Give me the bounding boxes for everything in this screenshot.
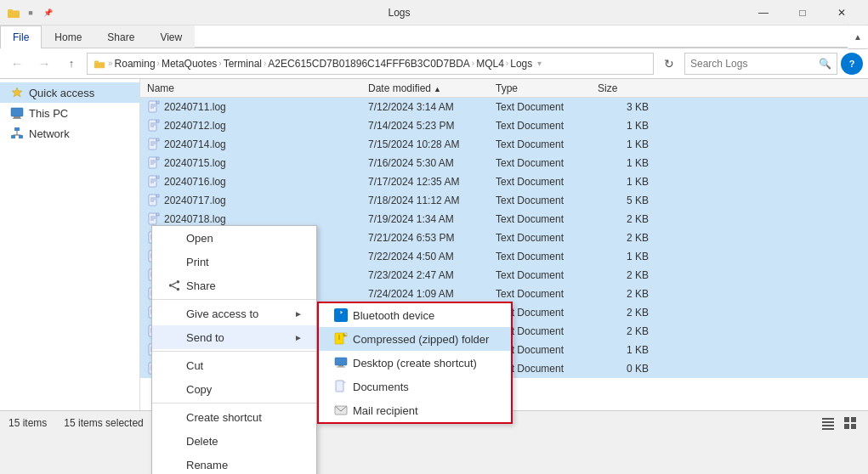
- network-icon: [10, 127, 24, 140]
- file-row[interactable]: 20240714.log 7/15/2024 10:28 AM Text Doc…: [140, 135, 868, 154]
- col-header-type[interactable]: Type: [496, 82, 598, 94]
- file-date: 7/23/2024 2:47 AM: [368, 269, 496, 281]
- file-date: 7/22/2024 4:50 AM: [368, 251, 496, 262]
- context-menu-item-cut[interactable]: Cut: [152, 353, 316, 377]
- sidebar-label-quick-access: Quick access: [29, 87, 94, 99]
- tab-home[interactable]: Home: [42, 25, 94, 48]
- svg-rect-107: [822, 425, 834, 426]
- context-menu-item-print[interactable]: Print: [152, 250, 316, 274]
- svg-rect-39: [149, 176, 156, 187]
- context-menu-separator: [152, 299, 316, 300]
- maximize-button[interactable]: □: [783, 0, 822, 25]
- context-menu-item-give-access-to[interactable]: Give access to►: [152, 302, 316, 325]
- file-icon: [147, 156, 161, 170]
- share-icon: [166, 279, 183, 291]
- forward-button[interactable]: →: [32, 52, 56, 76]
- submenu-item-mail-recipient[interactable]: Mail recipient: [319, 398, 511, 422]
- svg-rect-6: [11, 108, 23, 116]
- svg-marker-46: [156, 195, 159, 197]
- back-button[interactable]: ←: [5, 52, 29, 76]
- close-button[interactable]: ✕: [822, 0, 861, 25]
- submenu-arrow: ►: [294, 333, 303, 342]
- sidebar: Quick access This PC Network: [0, 79, 140, 410]
- file-size: 3 KB: [598, 101, 649, 113]
- col-header-date[interactable]: Date modified▲: [368, 82, 496, 94]
- ribbon-expand-btn[interactable]: ▲: [848, 25, 868, 49]
- file-size: 1 KB: [598, 251, 649, 262]
- title-bar: ■ 📌 Logs — □ ✕: [0, 0, 868, 25]
- context-menu-item-send-to[interactable]: Send to►: [152, 325, 316, 349]
- file-name: 20240714.log: [164, 138, 368, 150]
- file-type: Text Document: [496, 195, 598, 206]
- svg-rect-10: [11, 135, 15, 138]
- file-row[interactable]: 20240717.log 7/18/2024 11:12 AM Text Doc…: [140, 191, 868, 210]
- submenu-item-documents[interactable]: Documents: [319, 375, 511, 398]
- pin-icon: 📌: [41, 6, 54, 20]
- file-row[interactable]: 20240715.log 7/16/2024 5:30 AM Text Docu…: [140, 154, 868, 172]
- file-row[interactable]: 20240711.log 7/12/2024 3:14 AM Text Docu…: [140, 98, 868, 116]
- submenu-item-bluetooth-device[interactable]: ˃Bluetooth device: [319, 303, 511, 327]
- up-button[interactable]: ↑: [60, 52, 83, 76]
- breadcrumb[interactable]: » Roaming › MetaQuotes › Terminal › A2EC…: [87, 53, 654, 75]
- submenu-item-desktop-(create-shortcut)[interactable]: Desktop (create shortcut): [319, 351, 511, 375]
- help-button[interactable]: ?: [841, 53, 863, 75]
- file-type: Text Document: [496, 176, 598, 188]
- quick-access-icon-tb: ■: [24, 6, 37, 20]
- breadcrumb-metaquotes[interactable]: MetaQuotes: [162, 58, 217, 70]
- svg-rect-4: [94, 62, 105, 68]
- breadcrumb-terminal[interactable]: Terminal: [224, 58, 262, 70]
- refresh-button[interactable]: ↻: [657, 52, 681, 76]
- details-view-btn[interactable]: [819, 414, 837, 432]
- file-size: 2 KB: [598, 269, 649, 281]
- context-menu-item-create-shortcut[interactable]: Create shortcut: [152, 405, 316, 429]
- svg-rect-7: [14, 116, 20, 118]
- file-explorer-icon: [7, 6, 20, 20]
- file-row[interactable]: 20240716.log 7/17/2024 12:35 AM Text Doc…: [140, 172, 868, 191]
- address-bar: ← → ↑ » Roaming › MetaQuotes › Terminal …: [0, 48, 868, 79]
- file-size: 2 KB: [598, 307, 649, 319]
- col-header-size[interactable]: Size: [598, 82, 649, 94]
- breadcrumb-mql4[interactable]: MQL4: [476, 58, 504, 70]
- submenu-arrow: ►: [294, 309, 303, 319]
- context-menu-item-copy[interactable]: Copy: [152, 377, 316, 401]
- search-box: 🔍: [684, 53, 837, 75]
- file-icon: [147, 100, 161, 114]
- tab-share[interactable]: Share: [94, 25, 147, 48]
- window-title: Logs: [54, 7, 744, 19]
- minimize-button[interactable]: —: [744, 0, 783, 25]
- context-menu-item-open[interactable]: Open: [152, 226, 316, 250]
- svg-marker-5: [12, 87, 22, 97]
- breadcrumb-logs[interactable]: Logs: [510, 58, 532, 70]
- svg-rect-11: [19, 135, 23, 138]
- file-date: 7/19/2024 1:34 AM: [368, 213, 496, 225]
- file-size: 1 KB: [598, 138, 649, 150]
- submenu-item-compressed-(zipped)-folder[interactable]: Compressed (zipped) folder: [319, 327, 511, 351]
- sidebar-item-this-pc[interactable]: This PC: [0, 103, 139, 123]
- file-type: Text Document: [496, 251, 598, 262]
- bluetooth-icon: ˃: [332, 308, 349, 322]
- context-menu-item-rename[interactable]: Rename: [152, 453, 316, 474]
- file-size: 2 KB: [598, 325, 649, 337]
- submenu-item-label: Compressed (zipped) folder: [353, 333, 489, 346]
- svg-rect-8: [13, 118, 21, 119]
- svg-rect-51: [149, 213, 156, 224]
- ctx-item-label: Share: [186, 279, 216, 292]
- sidebar-item-quick-access[interactable]: Quick access: [0, 82, 139, 103]
- file-row[interactable]: 20240712.log 7/14/2024 5:23 PM Text Docu…: [140, 116, 868, 135]
- search-input[interactable]: [690, 58, 819, 70]
- tab-file[interactable]: File: [0, 25, 42, 48]
- breadcrumb-hash[interactable]: A2EC615CD7B01896C14FFF6B3C0D7BDA: [268, 58, 469, 70]
- file-name: 20240715.log: [164, 157, 368, 169]
- mail-icon: [332, 403, 349, 417]
- col-header-name[interactable]: Name: [147, 82, 368, 94]
- svg-rect-2: [8, 10, 20, 18]
- file-size: 2 KB: [598, 232, 649, 244]
- breadcrumb-roaming[interactable]: Roaming: [115, 58, 156, 70]
- file-list-header: Name Date modified▲ Type Size: [140, 79, 868, 98]
- svg-rect-33: [149, 157, 156, 168]
- tab-view[interactable]: View: [147, 25, 195, 48]
- context-menu-item-delete[interactable]: Delete: [152, 429, 316, 453]
- context-menu-item-share[interactable]: Share: [152, 274, 316, 297]
- large-icon-view-btn[interactable]: [841, 414, 859, 432]
- sidebar-item-network[interactable]: Network: [0, 123, 139, 144]
